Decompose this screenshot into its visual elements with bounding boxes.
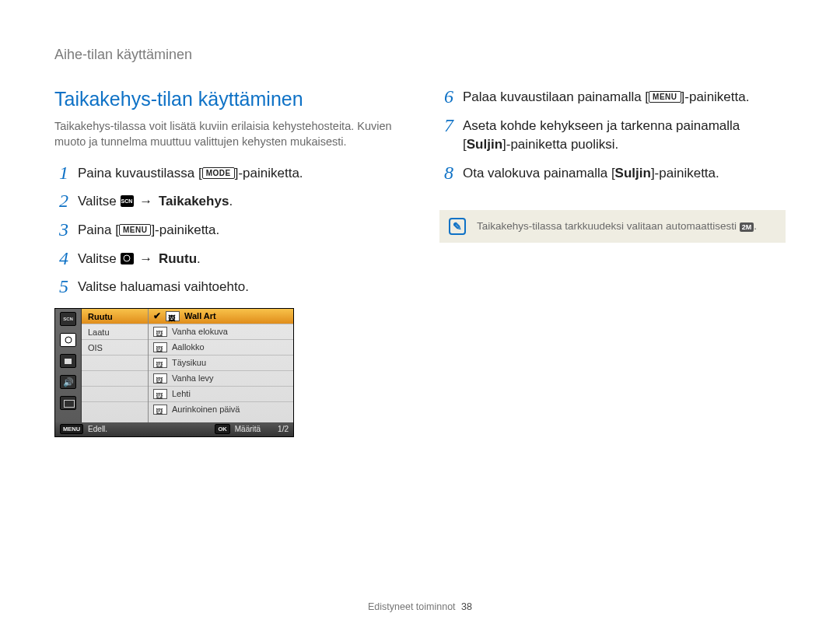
arrow-icon: → [134,194,159,208]
option-label: Aurinkoinen päivä [172,402,240,417]
step-number: 3 [54,219,68,240]
ok-key-icon: OK [215,424,229,434]
right-column: 6 Palaa kuvaustilaan painamalla [MENU]-p… [439,88,786,437]
camera-icon [121,253,134,264]
thumb-icon [153,358,167,368]
step-number: 1 [54,163,68,183]
step-text: Valitse [78,251,121,266]
info-icon: ✎ [449,218,466,235]
step-number: 7 [439,115,453,135]
thumb-icon [153,327,167,337]
thumb-icon [166,311,180,321]
left-column: Taikakehys-tilan käyttäminen Taikakehys-… [54,88,401,437]
step-1: 1 Paina kuvaustilassa [MODE]-painiketta. [54,164,401,184]
step-6: 6 Palaa kuvaustilaan painamalla [MENU]-p… [439,88,786,107]
tab-video-icon [60,354,76,368]
step-text: ]-painiketta. [681,89,750,104]
note-text-pre: Taikakehys-tilassa tarkkuudeksi valitaan… [477,220,740,232]
step-text: ]-painiketta puoliksi. [502,137,618,152]
section-title: Taikakehys-tilan käyttäminen [54,88,401,110]
menu-icon: MENU [119,224,151,236]
option-label: Vanha levy [172,371,214,386]
menu-set-label: Määritä [235,425,261,433]
step-7: 7 Aseta kohde kehykseen ja tarkenna pain… [439,117,786,155]
arrow-icon: → [134,251,159,266]
menu-screenshot: Ruutu Laatu OIS ✔Wall Art Vanha elokuva … [54,308,294,437]
step-text: Valitse [78,194,121,208]
step-number: 6 [439,86,453,107]
tab-scn-icon [60,312,76,326]
footer-section: Edistyneet toiminnot [368,601,456,612]
menu-option: Vanha elokuva [149,324,293,340]
breadcrumb: Aihe-tilan käyttäminen [54,47,786,63]
step-text: ]-painiketta. [151,222,219,237]
step-text: ]-painiketta. [235,166,303,180]
thumb-icon [153,373,167,384]
step-text: . [197,251,201,266]
step-bold: Suljin [615,166,651,180]
step-number: 5 [54,276,68,296]
menu-option: Täysikuu [149,356,293,371]
menu-option: Aallokko [149,340,293,356]
option-label: Täysikuu [172,356,206,370]
mode-icon: MODE [202,167,235,179]
step-4: 4 Valitse → Ruutu. [54,250,401,269]
step-text: Paina kuvaustilassa [ [78,166,202,180]
step-text: . [229,194,233,208]
step-bold: Suljin [467,137,502,152]
menu-page-indicator: 1/2 [278,425,289,433]
menu-tab-icons [55,309,82,422]
step-3: 3 Paina [MENU]-painiketta. [54,221,401,240]
menu-mid-row [82,402,148,418]
step-text: Palaa kuvaustilaan painamalla [ [463,89,649,104]
step-text: Paina [ [78,222,119,237]
step-number: 4 [54,248,68,268]
thumb-icon [153,405,167,415]
menu-mid-row [82,387,148,402]
page-footer: Edistyneet toiminnot 38 [0,601,840,612]
step-bold: Ruutu [159,251,197,266]
menu-footer: MENU Edell. OK Määritä 1/2 [55,422,293,436]
step-bold: Taikakehys [159,194,229,208]
menu-mid-row [82,356,148,371]
option-label: Aallokko [172,340,205,355]
step-text: Ota valokuva painamalla [ [463,166,615,180]
menu-options-list: ✔Wall Art Vanha elokuva Aallokko Täysiku… [149,309,293,422]
thumb-icon [153,342,167,352]
menu-icon: MENU [649,91,681,103]
menu-mid-row: Laatu [82,324,148,340]
option-label: Lehti [172,387,191,401]
step-2: 2 Valitse → Taikakehys. [54,192,401,212]
note-text-post: . [754,220,757,232]
tab-camera-icon [60,333,76,347]
menu-option: Vanha levy [149,371,293,387]
scn-icon [121,195,134,207]
menu-middle-list: Ruutu Laatu OIS [82,309,149,422]
menu-option: Lehti [149,387,293,402]
menu-option: Aurinkoinen päivä [149,402,293,418]
thumb-icon [153,389,167,399]
size-badge-icon: 2M [740,222,754,232]
menu-back-label: Edell. [88,425,107,433]
page-number: 38 [461,601,472,612]
section-intro: Taikakehys-tilassa voit lisätä kuviin er… [54,118,401,150]
tab-sound-icon [60,375,76,389]
step-number: 8 [439,163,453,183]
option-label: Wall Art [184,309,216,324]
note-text: Taikakehys-tilassa tarkkuudeksi valitaan… [477,220,757,232]
step-8: 8 Ota valokuva painamalla [Suljin]-paini… [439,164,786,184]
menu-mid-row: Ruutu [82,309,148,324]
check-icon: ✔ [153,309,161,324]
note-box: ✎ Taikakehys-tilassa tarkkuudeksi valita… [439,210,786,243]
menu-key-icon: MENU [60,424,83,434]
step-text: ]-painiketta. [651,166,719,180]
step-number: 2 [54,191,68,211]
menu-mid-row [82,371,148,387]
menu-mid-row: OIS [82,340,148,356]
option-label: Vanha elokuva [172,324,228,339]
step-5: 5 Valitse haluamasi vaihtoehto. [54,278,401,297]
menu-option: ✔Wall Art [149,309,293,324]
tab-display-icon [60,396,76,410]
step-text: Valitse haluamasi vaihtoehto. [78,278,401,297]
